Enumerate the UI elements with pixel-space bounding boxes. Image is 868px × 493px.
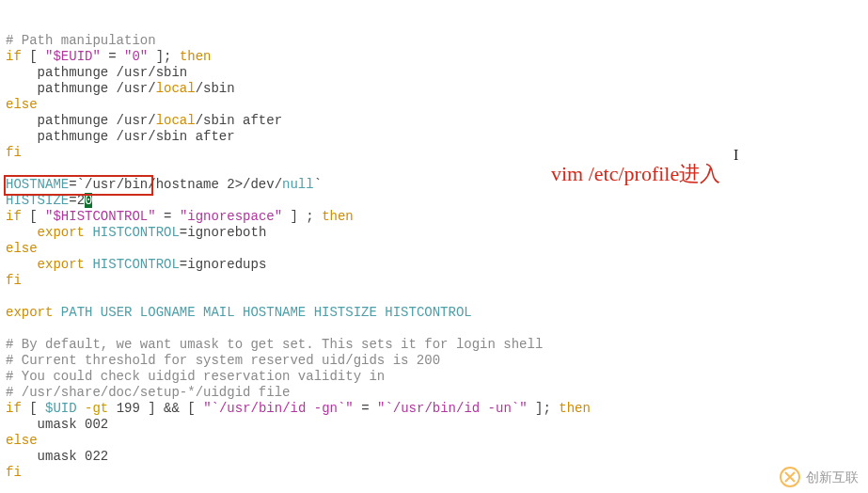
code-line: /sbin [196, 81, 235, 96]
var-histsize: HISTSIZE [6, 193, 69, 208]
comment-line: # /usr/share/doc/setup-*/uidgid file [6, 385, 290, 400]
kw-export: export [38, 257, 85, 272]
eq: = [180, 225, 187, 240]
comment-line: # Current threshold for system reserved … [6, 353, 440, 368]
str-id-gn: "`/usr/bin/id -gn`" [203, 401, 354, 416]
op-gt: -gt [85, 401, 108, 416]
kw-local: local [156, 81, 196, 96]
annotation-text: vim /etc/profile进入 [551, 166, 720, 182]
semicolon: ; [306, 209, 313, 224]
kw-if: if [6, 209, 22, 224]
eq: = [108, 49, 116, 64]
kw-export: export [38, 225, 85, 240]
var-hostname: HOSTNAME [6, 177, 69, 192]
bracket: [ [29, 401, 37, 416]
var-histcontrol: HISTCONTROL [92, 257, 179, 272]
var-uid: $UID [45, 401, 77, 416]
val-ignoreboth: ignoreboth [187, 225, 266, 240]
eq: = [180, 257, 187, 272]
var-histcontrol: "$HISTCONTROL" [45, 209, 156, 224]
kw-else: else [6, 241, 38, 256]
op-and: && [164, 401, 180, 416]
bracket: [ [187, 401, 195, 416]
kw-fi: fi [6, 145, 22, 160]
kw-then: then [559, 401, 591, 416]
kw-then: then [180, 49, 212, 64]
null-token: null [282, 177, 314, 192]
num-199: 199 [117, 401, 140, 416]
backtick: ` [314, 177, 322, 192]
watermark-text: 创新互联 [806, 469, 859, 485]
num-histsize-pre: 2 [77, 193, 85, 208]
kw-if: if [6, 401, 22, 416]
watermark-logo-icon [780, 467, 800, 487]
code-line: pathmunge /usr/sbin [6, 65, 187, 80]
assign-hostname: =`/usr/bin/hostname 2>/dev/ [69, 177, 282, 192]
watermark: 创新互联 [780, 467, 859, 487]
kw-else: else [6, 97, 38, 112]
str-id-un: "`/usr/bin/id -un`" [377, 401, 528, 416]
text-caret-icon: I [734, 147, 738, 163]
kw-else: else [6, 433, 38, 448]
kw-then: then [322, 209, 354, 224]
vim-cursor-block: 0 [85, 193, 92, 208]
eq: = [69, 193, 76, 208]
var-histcontrol: HISTCONTROL [92, 225, 179, 240]
var-euid: "$EUID" [45, 49, 101, 64]
kw-export: export [6, 305, 53, 320]
code-line: pathmunge /usr/ [6, 81, 156, 96]
export-vars: PATH USER LOGNAME MAIL HOSTNAME HISTSIZE… [53, 305, 471, 320]
code-line: pathmunge /usr/sbin after [6, 129, 235, 144]
str-zero: "0" [124, 49, 148, 64]
kw-local: local [156, 113, 196, 128]
val-ignoredups: ignoredups [187, 257, 266, 272]
code-line: umask 002 [6, 417, 108, 432]
kw-fi: fi [6, 273, 22, 288]
bracket: ] [148, 401, 155, 416]
kw-if: if [6, 49, 22, 64]
semicolon: ; [543, 401, 550, 416]
comment-line: # Path manipulation [6, 33, 156, 48]
bracket: [ [29, 49, 37, 64]
eq: = [361, 401, 369, 416]
semicolon: ; [164, 49, 171, 64]
code-line: /sbin after [196, 113, 282, 128]
code-line: pathmunge /usr/ [6, 113, 156, 128]
comment-line: # You could check uidgid reservation val… [6, 369, 385, 384]
bracket: [ [29, 209, 37, 224]
code-line: umask 022 [6, 449, 108, 464]
kw-fi: fi [6, 465, 22, 480]
code-editor-viewport[interactable]: # Path manipulation if [ "$EUID" = "0" ]… [0, 0, 868, 486]
bracket: ] [156, 49, 164, 64]
bracket: ] [291, 209, 298, 224]
comment-line: # By default, we want umask to get set. … [6, 337, 543, 352]
str-ignorespace: "ignorespace" [180, 209, 282, 224]
